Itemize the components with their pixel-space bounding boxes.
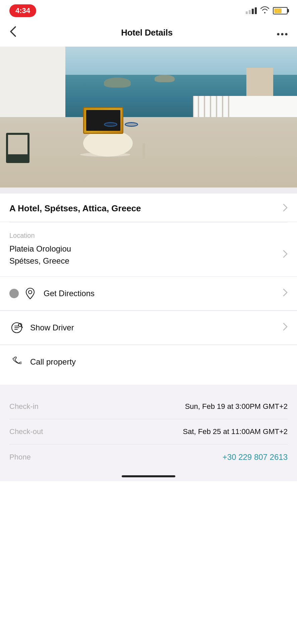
signal-icon <box>246 7 257 14</box>
checkout-label: Check-out <box>9 427 43 436</box>
section-gap <box>0 187 297 194</box>
svg-point-3 <box>28 290 32 294</box>
svg-point-1 <box>281 33 284 36</box>
location-section: Location Plateia Orologiou Spétses, Gree… <box>0 222 297 276</box>
phone-label: Phone <box>9 453 31 462</box>
page-title: Hotel Details <box>121 28 173 38</box>
checkin-value: Sun, Feb 19 at 3:00PM GMT+2 <box>185 402 288 411</box>
show-driver-icon <box>9 320 24 335</box>
map-indicator-dot <box>9 289 19 298</box>
back-button[interactable] <box>9 25 17 40</box>
battery-icon: ⚡ <box>273 7 288 14</box>
hotel-name: A Hotel, Spétses, Attica, Greece <box>9 203 279 214</box>
status-icons: ⚡ <box>246 6 288 15</box>
get-directions-row[interactable]: Get Directions <box>0 276 297 311</box>
location-chevron-icon <box>283 250 288 260</box>
booking-info-section: Check-in Sun, Feb 19 at 3:00PM GMT+2 Che… <box>0 385 297 470</box>
location-line2: Spétses, Greece <box>9 255 71 267</box>
status-bar: 4:34 ⚡ <box>0 0 297 20</box>
wifi-icon <box>260 6 270 15</box>
checkin-row: Check-in Sun, Feb 19 at 3:00PM GMT+2 <box>9 394 288 419</box>
show-driver-row[interactable]: Show Driver <box>0 311 297 345</box>
checkout-row: Check-out Sat, Feb 25 at 11:00AM GMT+2 <box>9 419 288 444</box>
checkin-label: Check-in <box>9 402 39 411</box>
nav-header: Hotel Details <box>0 20 297 47</box>
hotel-name-section[interactable]: A Hotel, Spétses, Attica, Greece <box>0 194 297 222</box>
svg-line-9 <box>21 326 22 327</box>
location-label: Location <box>9 232 288 239</box>
call-property-row[interactable]: Call property <box>0 345 297 379</box>
get-directions-chevron-icon <box>283 288 288 299</box>
home-indicator <box>0 470 297 481</box>
checkout-value: Sat, Feb 25 at 11:00AM GMT+2 <box>183 427 288 436</box>
more-button[interactable] <box>277 28 288 38</box>
hotel-name-chevron-icon <box>283 204 288 214</box>
svg-point-0 <box>277 33 280 36</box>
get-directions-label: Get Directions <box>44 289 283 298</box>
phone-row[interactable]: Phone +30 229 807 2613 <box>9 444 288 470</box>
show-driver-label: Show Driver <box>30 323 283 332</box>
location-row[interactable]: Plateia Orologiou Spétses, Greece <box>9 243 288 267</box>
phone-value[interactable]: +30 229 807 2613 <box>223 452 288 462</box>
phone-icon <box>9 355 24 369</box>
call-property-label: Call property <box>30 357 288 367</box>
location-line1: Plateia Orologiou <box>9 243 71 255</box>
status-time: 4:34 <box>9 4 36 17</box>
show-driver-chevron-icon <box>283 323 288 333</box>
hotel-hero-image <box>0 47 297 187</box>
home-bar <box>122 475 175 477</box>
map-pin-icon <box>23 286 38 301</box>
svg-point-2 <box>285 33 288 36</box>
